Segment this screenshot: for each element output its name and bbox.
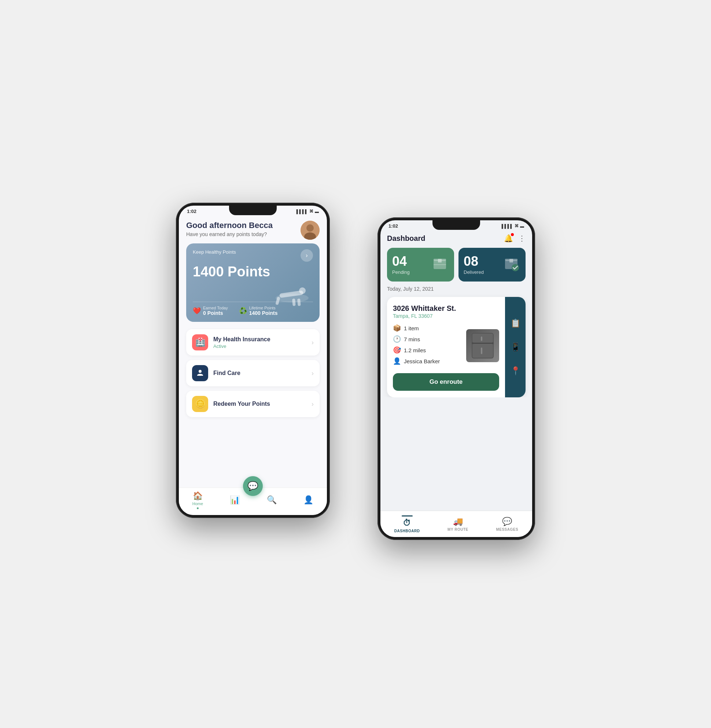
- active-bar: [402, 515, 413, 517]
- health-insurance-title: My Health Insurance: [213, 336, 311, 343]
- messages-nav-label: MESSAGES: [496, 527, 518, 532]
- stats-icon: 📊: [230, 495, 240, 505]
- location-icon: 🎯: [393, 346, 401, 354]
- phone1-frame: 1:02 ▌▌▌▌ ⌘ ▬ Good afternoon Becca Have …: [176, 203, 330, 518]
- status-icons-1: ▌▌▌▌ ⌘ ▬: [296, 209, 319, 214]
- signal-icon-2: ▌▌▌▌: [502, 224, 513, 228]
- delivered-info: 08 Delivered: [464, 255, 484, 275]
- nav-messages[interactable]: 💬 MESSAGES: [496, 517, 518, 532]
- nav-search[interactable]: 🔍: [263, 494, 281, 506]
- find-care-title: Find Care: [213, 370, 311, 377]
- document-sidebar-icon[interactable]: 📋: [510, 319, 521, 328]
- health-insurance-chevron: ›: [311, 339, 314, 346]
- notification-dot: [511, 233, 514, 236]
- scene: 1:02 ▌▌▌▌ ⌘ ▬ Good afternoon Becca Have …: [176, 188, 535, 540]
- exercise-figure: [268, 274, 316, 311]
- avatar-image: [301, 221, 320, 240]
- redeem-icon: 🪙: [192, 396, 208, 412]
- delivered-box-icon: [502, 254, 521, 276]
- notch1: [229, 206, 277, 215]
- lifetime-icon: ♻️: [239, 307, 247, 315]
- health-content: Good afternoon Becca Have you earned any…: [179, 216, 327, 417]
- nav-home[interactable]: 🏠 Home: [188, 490, 207, 511]
- redeem-points-item[interactable]: 🪙 Redeem Your Points ›: [186, 391, 320, 417]
- redeem-title: Redeem Your Points: [213, 401, 311, 407]
- route-nav-icon: 🚚: [453, 517, 463, 526]
- box-svg-2: [502, 254, 521, 272]
- phone1-screen: 1:02 ▌▌▌▌ ⌘ ▬ Good afternoon Becca Have …: [179, 206, 327, 515]
- health-insurance-status: Active: [213, 344, 311, 349]
- nav-dashboard[interactable]: ⏱ DASHBOARD: [394, 515, 420, 533]
- svg-rect-23: [481, 347, 482, 354]
- points-label: Keep Healthy Points: [193, 249, 236, 255]
- item-count-value: 1 item: [404, 325, 419, 331]
- phone2-screen: 1:02 ▌▌▌▌ ⌘ ▬ Dashboard 🔔: [381, 220, 532, 537]
- distance-detail: 🎯 1.2 miles: [393, 346, 466, 354]
- time-2: 1:02: [388, 223, 398, 229]
- health-insurance-text: My Health Insurance Active: [213, 336, 311, 349]
- delivery-details-area: 📦 1 item 🕐 7 mins 🎯 1.2 miles: [393, 324, 499, 368]
- person-icon: 👤: [304, 495, 313, 505]
- appliance-image: [466, 329, 499, 362]
- svg-rect-13: [438, 259, 442, 263]
- avatar: [301, 221, 320, 240]
- time-detail: 🕐 7 mins: [393, 335, 466, 343]
- dashboard-nav-icon: ⏱: [403, 518, 411, 528]
- delivered-card[interactable]: 08 Delivered: [459, 248, 525, 282]
- health-insurance-icon: 🏥: [192, 334, 208, 350]
- svg-rect-10: [199, 374, 201, 376]
- appliance-image-area: [466, 324, 499, 368]
- figure-svg: [270, 280, 314, 311]
- delivered-number: 08: [464, 255, 484, 268]
- stats-row: 04 Pending: [387, 248, 525, 282]
- driver-name: Jessica Barker: [404, 358, 440, 364]
- notification-bell[interactable]: 🔔: [504, 234, 513, 243]
- driver-detail: 👤 Jessica Barker: [393, 357, 466, 365]
- time-value: 7 mins: [404, 336, 420, 343]
- delivered-label: Delivered: [464, 269, 484, 275]
- fridge-svg: [468, 331, 497, 360]
- chat-fab[interactable]: 💬: [243, 476, 263, 496]
- nav-stats[interactable]: 📊: [226, 494, 244, 506]
- find-care-chevron: ›: [311, 369, 314, 377]
- dashboard-header: Dashboard 🔔 ⋮: [387, 230, 525, 248]
- delivery-main: 3026 Whittaker St. Tampa, FL 33607 📦 1 i…: [387, 297, 505, 397]
- date-label: Today, July 12, 2021: [387, 286, 525, 292]
- route-nav-label: MY ROUTE: [447, 527, 468, 532]
- home-icon: 🏠: [193, 491, 203, 501]
- wifi-icon-2: ⌘: [515, 224, 519, 228]
- pending-number: 04: [392, 255, 410, 268]
- points-card[interactable]: Keep Healthy Points › 1400 Points: [186, 244, 320, 322]
- earned-today-label: Earned Today: [203, 306, 228, 310]
- svg-rect-21: [472, 344, 493, 358]
- health-insurance-item[interactable]: 🏥 My Health Insurance Active ›: [186, 329, 320, 356]
- pending-info: 04 Pending: [392, 255, 410, 275]
- item-count-detail: 📦 1 item: [393, 324, 466, 332]
- find-care-icon: [192, 365, 208, 381]
- battery-icon-2: ▬: [520, 224, 524, 228]
- pending-card[interactable]: 04 Pending: [387, 248, 454, 282]
- active-dot: [197, 507, 199, 509]
- clock-icon: 🕐: [393, 335, 401, 343]
- phone-sidebar-icon[interactable]: 📱: [510, 343, 521, 352]
- signal-icon: ▌▌▌▌: [296, 209, 308, 214]
- nav-my-route[interactable]: 🚚 MY ROUTE: [447, 517, 468, 532]
- pending-box-icon: [431, 254, 449, 276]
- go-enroute-button[interactable]: Go enroute: [393, 373, 499, 391]
- phone2-frame: 1:02 ▌▌▌▌ ⌘ ▬ Dashboard 🔔: [378, 217, 535, 540]
- box-svg-1: [431, 254, 449, 272]
- map-sidebar-icon[interactable]: 📍: [510, 366, 521, 376]
- redeem-text: Redeem Your Points: [213, 401, 311, 407]
- dashboard-title: Dashboard: [387, 234, 425, 243]
- delivery-details-left: 📦 1 item 🕐 7 mins 🎯 1.2 miles: [393, 324, 466, 368]
- search-icon: 🔍: [267, 495, 277, 505]
- dashboard-actions: 🔔 ⋮: [504, 234, 525, 243]
- points-arrow-button[interactable]: ›: [301, 249, 313, 262]
- nav-profile[interactable]: 👤: [299, 494, 318, 506]
- status-icons-2: ▌▌▌▌ ⌘ ▬: [502, 224, 524, 228]
- more-options-icon[interactable]: ⋮: [518, 234, 525, 243]
- find-care-text: Find Care: [213, 370, 311, 377]
- messages-nav-icon: 💬: [502, 517, 512, 526]
- svg-rect-17: [509, 259, 513, 263]
- find-care-item[interactable]: Find Care ›: [186, 360, 320, 386]
